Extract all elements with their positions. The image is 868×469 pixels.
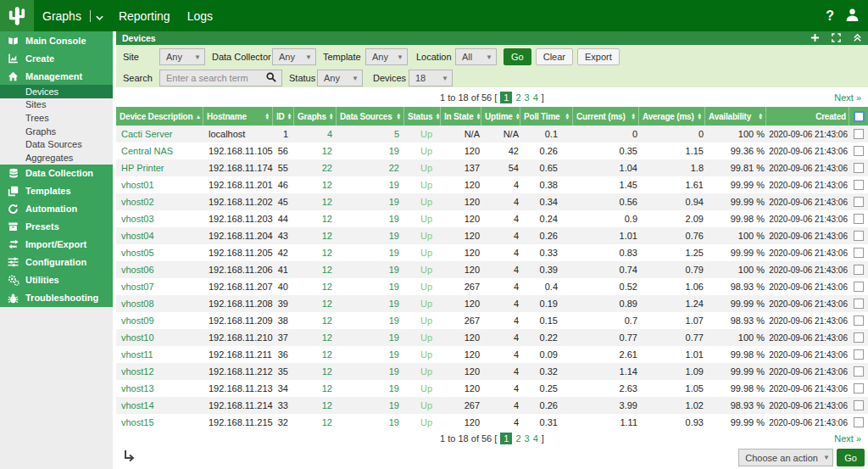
- column-header-data-sources[interactable]: Data Sources▲▼: [337, 107, 404, 126]
- column-header-created[interactable]: Created: [766, 107, 849, 126]
- cell-ds[interactable]: 19: [337, 142, 404, 159]
- row-checkbox[interactable]: [854, 332, 864, 343]
- search-input[interactable]: Enter a search term: [159, 70, 282, 87]
- select-all-checkbox[interactable]: [854, 111, 865, 122]
- row-checkbox[interactable]: [854, 129, 864, 139]
- cell-ds[interactable]: 22: [337, 159, 404, 176]
- help-icon[interactable]: ?: [826, 8, 834, 24]
- column-header-hostname[interactable]: Hostname▲▼: [203, 107, 273, 126]
- cell-desc[interactable]: vhost05: [116, 244, 203, 261]
- sidebar-item-trees[interactable]: Trees: [0, 111, 113, 125]
- cell-graphs[interactable]: 12: [294, 142, 337, 159]
- cell-graphs[interactable]: 12: [294, 312, 337, 329]
- cell-desc[interactable]: vhost04: [116, 227, 203, 244]
- column-header-average-ms-[interactable]: Average (ms)▲▼: [639, 107, 705, 126]
- cell-desc[interactable]: vhost15: [116, 414, 203, 431]
- cell-graphs[interactable]: 12: [294, 363, 337, 380]
- cell-desc[interactable]: vhost06: [116, 261, 203, 278]
- cell-desc[interactable]: vhost11: [116, 346, 203, 363]
- choose-action-dropdown[interactable]: Choose an action▼: [738, 449, 833, 466]
- column-header-device-description[interactable]: Device Description▲: [116, 107, 203, 126]
- collapse-icon[interactable]: [853, 33, 862, 44]
- cacti-logo[interactable]: [0, 0, 34, 31]
- cell-graphs[interactable]: 12: [294, 329, 337, 346]
- go-button[interactable]: Go: [504, 48, 531, 65]
- row-checkbox[interactable]: [854, 163, 864, 173]
- column-header-current-ms-[interactable]: Current (ms)▲▼: [573, 107, 639, 126]
- next-page-link[interactable]: Next »: [834, 433, 861, 444]
- page-link-3[interactable]: 3: [525, 433, 530, 444]
- cell-ds[interactable]: 19: [337, 176, 404, 193]
- row-checkbox[interactable]: [854, 417, 864, 427]
- cell-desc[interactable]: vhost14: [116, 397, 203, 414]
- row-checkbox[interactable]: [854, 315, 864, 326]
- devices-count-dropdown[interactable]: 18▼: [409, 70, 453, 87]
- cell-graphs[interactable]: 12: [294, 227, 337, 244]
- cell-graphs[interactable]: 12: [294, 414, 337, 431]
- sidebar-item-import-export[interactable]: Import/Export: [0, 236, 113, 254]
- column-header-graphs[interactable]: Graphs▲▼: [294, 107, 337, 126]
- add-device-icon[interactable]: [810, 33, 820, 44]
- cell-desc[interactable]: vhost02: [116, 193, 203, 210]
- cell-graphs[interactable]: 12: [294, 176, 337, 193]
- row-checkbox[interactable]: [854, 180, 864, 190]
- row-checkbox[interactable]: [854, 231, 864, 241]
- page-link-4[interactable]: 4: [533, 92, 538, 103]
- column-header-id[interactable]: ID▲▼: [273, 107, 294, 126]
- cell-ds[interactable]: 19: [337, 363, 404, 380]
- fullscreen-icon[interactable]: [832, 33, 841, 44]
- cell-ds[interactable]: 19: [337, 278, 404, 295]
- cell-desc[interactable]: vhost01: [116, 176, 203, 193]
- sidebar-item-graphs[interactable]: Graphs: [0, 125, 113, 138]
- cell-graphs[interactable]: 12: [294, 346, 337, 363]
- page-link-2[interactable]: 2: [515, 92, 520, 103]
- cell-desc[interactable]: vhost09: [116, 312, 203, 329]
- menu-graphs[interactable]: Graphs: [34, 9, 90, 23]
- page-link-4[interactable]: 4: [533, 433, 538, 444]
- cell-ds[interactable]: 19: [337, 414, 404, 431]
- cell-graphs[interactable]: 12: [294, 380, 337, 397]
- cell-desc[interactable]: vhost10: [116, 329, 203, 346]
- status-dropdown[interactable]: Any▼: [317, 70, 363, 87]
- menu-reporting[interactable]: Reporting: [110, 9, 179, 23]
- sidebar-item-templates[interactable]: Templates: [0, 182, 113, 200]
- location-dropdown[interactable]: All▼: [455, 48, 497, 65]
- sidebar-item-utilities[interactable]: Utilities: [0, 271, 113, 289]
- chevron-down-icon[interactable]: [96, 10, 103, 24]
- cell-graphs[interactable]: 12: [294, 210, 337, 227]
- site-dropdown[interactable]: Any▼: [159, 48, 205, 65]
- cell-graphs[interactable]: 22: [294, 159, 337, 176]
- row-checkbox[interactable]: [854, 197, 864, 207]
- page-link-1[interactable]: 1: [500, 92, 512, 103]
- sidebar-item-troubleshooting[interactable]: Troubleshooting: [0, 289, 113, 307]
- cell-desc[interactable]: vhost12: [116, 363, 203, 380]
- column-header-status[interactable]: Status▲▼: [404, 107, 441, 126]
- sidebar-item-aggregates[interactable]: Aggregates: [0, 151, 113, 165]
- cell-ds[interactable]: 19: [337, 261, 404, 278]
- cell-graphs[interactable]: 12: [294, 295, 337, 312]
- cell-ds[interactable]: 5: [337, 126, 404, 142]
- column-header-uptime[interactable]: Uptime▲▼: [481, 107, 520, 126]
- row-checkbox[interactable]: [854, 383, 864, 394]
- cell-graphs[interactable]: 12: [294, 261, 337, 278]
- sidebar-item-configuration[interactable]: Configuration: [0, 254, 113, 271]
- cell-graphs[interactable]: 12: [294, 278, 337, 295]
- row-checkbox[interactable]: [854, 265, 864, 275]
- sidebar-item-data-collection[interactable]: Data Collection: [0, 165, 113, 182]
- cell-graphs[interactable]: 4: [294, 126, 337, 142]
- row-checkbox[interactable]: [854, 248, 864, 258]
- next-page-link[interactable]: Next »: [834, 92, 861, 103]
- cell-desc[interactable]: Central NAS: [116, 142, 203, 159]
- row-checkbox[interactable]: [854, 400, 864, 410]
- cell-ds[interactable]: 19: [337, 312, 404, 329]
- page-link-3[interactable]: 3: [525, 92, 530, 103]
- cell-ds[interactable]: 19: [337, 210, 404, 227]
- cell-desc[interactable]: vhost07: [116, 278, 203, 295]
- sidebar-item-presets[interactable]: Presets: [0, 218, 113, 236]
- data-collector-dropdown[interactable]: Any▼: [272, 48, 316, 65]
- page-link-2[interactable]: 2: [515, 433, 520, 444]
- sidebar-item-sites[interactable]: Sites: [0, 98, 113, 112]
- menu-logs[interactable]: Logs: [179, 9, 221, 23]
- cell-graphs[interactable]: 12: [294, 193, 337, 210]
- cell-ds[interactable]: 19: [337, 380, 404, 397]
